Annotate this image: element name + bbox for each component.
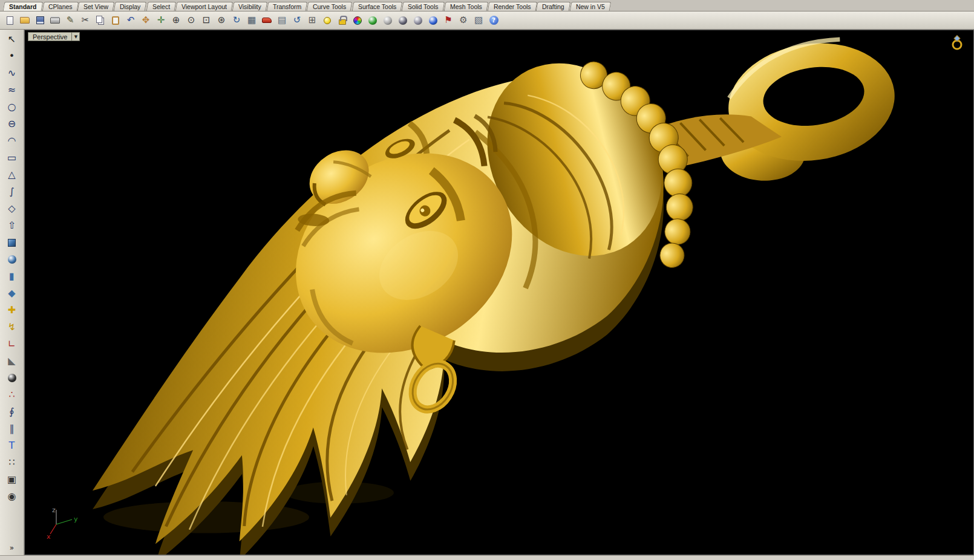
ellipse-icon[interactable]: ⊖ <box>4 117 20 131</box>
plugin-icon[interactable]: ✚ <box>4 303 20 317</box>
grid-snap-icon[interactable]: ▦ <box>244 13 259 28</box>
zoom-dynamic-icon[interactable]: ⊙ <box>184 13 198 28</box>
viewport-title[interactable]: Perspective <box>28 32 72 41</box>
side-toolbar-icons: ↖ • ∿ ≈ ○ ⊖ ◠ ▭ <box>4 32 20 504</box>
pan-icon[interactable]: ✥ <box>139 13 153 28</box>
fillet-icon[interactable]: ∟ <box>4 337 20 351</box>
text-icon[interactable]: T <box>4 438 20 453</box>
explode-icon[interactable]: ↯ <box>4 320 20 334</box>
zoom-in-icon[interactable]: ⊕ <box>169 13 183 28</box>
move-icon[interactable]: ✛ <box>154 13 168 28</box>
tab-mesh-tools[interactable]: Mesh Tools <box>443 2 488 11</box>
set-cplane-icon[interactable]: ⊞ <box>305 13 319 28</box>
circle-icon[interactable]: ○ <box>4 100 20 114</box>
viewport-layout-icon[interactable]: ▧ <box>471 13 486 28</box>
cylinder-icon[interactable]: ▮ <box>4 269 20 284</box>
options-gear-icon[interactable]: ⚙ <box>456 13 471 28</box>
xray-view-icon[interactable] <box>396 13 410 28</box>
zoom-extents-icon[interactable]: ⊛ <box>214 13 229 28</box>
visibility-icon[interactable]: ◉ <box>4 489 20 504</box>
tab-set-view[interactable]: Set View <box>77 2 115 11</box>
viewport-label-group: Perspective ▼ <box>28 32 80 41</box>
workspace: ↖ • ∿ ≈ ○ ⊖ ◠ ▭ <box>0 30 974 555</box>
ghosted-view-icon[interactable] <box>381 13 395 28</box>
tab-select[interactable]: Select <box>146 2 177 11</box>
flag-icon[interactable]: ⚑ <box>441 13 456 28</box>
tab-surface-tools[interactable]: Surface Tools <box>351 2 402 11</box>
named-views-icon[interactable]: ▤ <box>275 13 289 28</box>
rhino-app-window: Standard CPlanes Set View Display Select… <box>0 0 974 560</box>
rendered-view-icon[interactable] <box>411 13 425 28</box>
edit-icon[interactable]: ✎ <box>63 13 77 28</box>
new-file-icon[interactable] <box>2 13 17 28</box>
copy-icon[interactable] <box>93 13 108 28</box>
svg-text:z: z <box>52 506 56 514</box>
surface-icon[interactable]: ◇ <box>4 201 20 216</box>
axis-gizmo: z y x <box>47 505 83 540</box>
status-strip <box>0 555 974 560</box>
extrude-icon[interactable]: ⇧ <box>4 218 20 233</box>
svg-text:x: x <box>47 533 51 540</box>
rotate-view-icon[interactable]: ↻ <box>229 13 244 28</box>
toolbar-tab-bar: Standard CPlanes Set View Display Select… <box>0 0 974 11</box>
side-toolbar-more-button[interactable]: » <box>10 544 14 553</box>
viewport-perspective[interactable]: Perspective ▼ <box>24 30 974 555</box>
tab-new-in-v5[interactable]: New in V5 <box>570 2 612 11</box>
curve-icon[interactable]: ≈ <box>4 83 20 97</box>
zoom-window-icon[interactable]: ⊡ <box>199 13 214 28</box>
sphere-icon[interactable] <box>4 252 20 267</box>
paste-icon[interactable] <box>108 13 123 28</box>
print-icon[interactable] <box>48 13 62 28</box>
points-on-icon[interactable]: ∴ <box>4 388 20 402</box>
tab-render-tools[interactable]: Render Tools <box>487 2 537 11</box>
main-toolbar: ✎ ✂ ↶ ✥ ✛ ⊕ ⊙ ⊡ ⊛ ↻ <box>0 11 974 30</box>
rectangle-icon[interactable]: ▭ <box>4 151 20 165</box>
lamp-icon[interactable] <box>320 13 335 28</box>
tab-drafting[interactable]: Drafting <box>536 2 570 11</box>
point-icon[interactable]: • <box>4 49 20 63</box>
tab-solid-tools[interactable]: Solid Tools <box>402 2 445 11</box>
array-icon[interactable]: ∷ <box>4 455 20 470</box>
chamfer-icon[interactable]: ◣ <box>4 354 20 368</box>
freeform-curve-icon[interactable]: ∫ <box>4 184 20 199</box>
pendant-3d-model[interactable] <box>25 30 973 555</box>
tab-curve-tools[interactable]: Curve Tools <box>307 2 353 11</box>
viewport-menu-arrow-icon[interactable]: ▼ <box>72 32 80 41</box>
arc-icon[interactable]: ◠ <box>4 134 20 148</box>
select-pointer-icon[interactable]: ↖ <box>4 32 20 47</box>
cut-icon[interactable]: ✂ <box>78 13 93 28</box>
box-icon[interactable] <box>4 235 20 250</box>
render-icon[interactable] <box>350 13 365 28</box>
save-icon[interactable] <box>33 13 47 28</box>
polygon-icon[interactable]: △ <box>4 168 20 182</box>
shaded-view-icon[interactable] <box>365 13 380 28</box>
pipe-icon[interactable]: ∥ <box>4 422 20 436</box>
helix-icon[interactable]: ∮ <box>4 405 20 419</box>
open-file-icon[interactable] <box>18 13 32 28</box>
tab-visibility[interactable]: Visibility <box>232 2 267 11</box>
boolean-icon[interactable] <box>4 371 20 385</box>
lock-icon[interactable] <box>335 13 350 28</box>
tab-cplanes[interactable]: CPlanes <box>42 2 78 11</box>
polyline-icon[interactable]: ∿ <box>4 66 20 80</box>
undo-view-icon[interactable]: ↺ <box>290 13 304 28</box>
tab-viewport-layout[interactable]: Viewport Layout <box>175 2 234 11</box>
svg-text:y: y <box>74 515 78 523</box>
block-icon[interactable]: ▣ <box>4 472 20 487</box>
hide-objects-icon[interactable] <box>260 13 274 28</box>
help-icon[interactable]: ? <box>486 13 501 28</box>
tab-transform[interactable]: Transform <box>267 2 308 11</box>
tab-standard[interactable]: Standard <box>3 2 43 11</box>
ring-icon[interactable] <box>949 35 965 51</box>
side-toolbar: ↖ • ∿ ≈ ○ ⊖ ◠ ▭ <box>0 30 24 555</box>
raytraced-view-icon[interactable] <box>426 13 440 28</box>
undo-icon[interactable]: ↶ <box>123 13 138 28</box>
mesh-icon[interactable]: ◆ <box>4 286 20 301</box>
tab-display[interactable]: Display <box>114 2 147 11</box>
